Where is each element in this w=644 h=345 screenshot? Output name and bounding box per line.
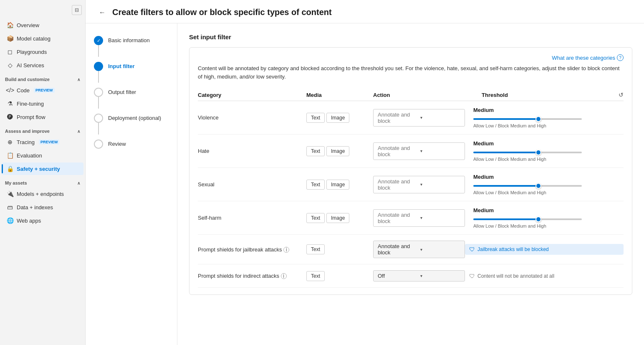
back-button[interactable]: ← [97, 8, 107, 17]
action-dropdown[interactable]: Annotate and block▾ [373, 176, 465, 193]
action-dropdown[interactable]: Annotate and block▾ [373, 142, 465, 160]
wizard-step-2-label: Input filter [108, 62, 135, 69]
action-cell-self-harm: Annotate and block▾ [373, 201, 465, 235]
sidebar-toggle-button[interactable]: ⊟ [72, 5, 82, 15]
text-button[interactable]: Text [306, 271, 325, 281]
image-button[interactable]: Image [326, 180, 349, 190]
sidebar-item-playgrounds[interactable]: ◻ Playgrounds [2, 46, 83, 58]
sidebar-item-web-apps[interactable]: 🌐 Web apps [2, 214, 83, 227]
image-button[interactable]: Image [326, 146, 349, 156]
threshold-cell-sexual: Medium Allow Low / Block Medium and High [465, 168, 624, 201]
my-assets-header: My assets ∧ [0, 177, 85, 187]
sidebar-item-models-endpoints[interactable]: 🔌 Models + endpoints [2, 188, 83, 200]
build-customize-header: Build and customize ∧ [0, 74, 85, 84]
assess-improve-chevron[interactable]: ∧ [77, 129, 80, 134]
tracing-icon: ⊕ [7, 139, 13, 145]
sidebar-item-model-catalog[interactable]: 📦 Model catalog [2, 32, 83, 45]
wizard-step-5-indicator [94, 140, 103, 149]
sidebar-item-safety-security[interactable]: 🔒 Safety + security [2, 162, 83, 175]
slider-container [473, 182, 582, 188]
threshold-area: Medium Allow Low / Block Medium and High [465, 107, 624, 128]
main-area: ← Create filters to allow or block speci… [86, 0, 644, 345]
home-icon: 🏠 [7, 22, 13, 28]
col-header-action: Action [373, 89, 465, 101]
action-dropdown[interactable]: Annotate and block▾ [373, 241, 465, 258]
sidebar-item-code[interactable]: </> Code PREVIEW [2, 84, 83, 96]
info-icon: i [281, 273, 287, 279]
slider-container [473, 215, 582, 222]
text-button[interactable]: Text [306, 213, 325, 223]
action-dropdown[interactable]: Annotate and block▾ [373, 109, 465, 127]
action-dropdown[interactable]: Off▾ [373, 270, 465, 282]
table-row: Prompt shields for indirect attacks iTex… [198, 264, 624, 288]
wizard-line-4 [98, 123, 99, 134]
wizard-step-3-label: Output filter [108, 88, 136, 95]
threshold-value-label: Medium [473, 174, 624, 180]
category-label: Self-harm [198, 215, 221, 221]
text-button[interactable]: Text [306, 180, 325, 190]
sidebar-item-evaluation[interactable]: 📋 Evaluation [2, 149, 83, 162]
sidebar-item-tracing[interactable]: ⊕ Tracing PREVIEW [2, 136, 83, 148]
sidebar-item-label: Models + endpoints [17, 191, 64, 197]
category-cell-violence: Violence [198, 101, 306, 134]
what-categories-link[interactable]: What are these categories ? [552, 54, 624, 61]
sidebar-item-data-indexes[interactable]: 🗃 Data + indexes [2, 201, 83, 213]
filter-table: Category Media Action Threshold ↺ [198, 89, 624, 288]
playgrounds-icon: ◻ [7, 48, 13, 55]
slider-thumb[interactable] [535, 116, 541, 122]
threshold-cell-violence: Medium Allow Low / Block Medium and High [465, 101, 624, 134]
text-button[interactable]: Text [306, 244, 325, 254]
wizard-step-output-filter: Output filter [94, 85, 169, 111]
col-header-category: Category [198, 89, 306, 101]
slider-thumb[interactable] [535, 150, 541, 155]
filter-card: What are these categories ? Content will… [189, 47, 632, 295]
my-assets-label: My assets [5, 180, 27, 185]
safety-icon: 🔒 [7, 165, 13, 172]
category-label: Hate [198, 148, 209, 154]
build-customize-chevron[interactable]: ∧ [77, 77, 80, 82]
slider-track [473, 152, 582, 153]
sidebar-item-overview[interactable]: 🏠 Overview [2, 19, 83, 31]
code-preview-badge: PREVIEW [34, 88, 55, 93]
reset-all-button[interactable]: ↺ [619, 91, 624, 98]
text-button[interactable]: Text [306, 146, 325, 156]
action-dropdown-value: Annotate and block [378, 212, 418, 224]
sidebar-item-label: AI Services [17, 62, 44, 68]
ai-services-icon: ◇ [7, 62, 13, 68]
sidebar-item-fine-tuning[interactable]: ⚗ Fine-tuning [2, 97, 83, 110]
image-button[interactable]: Image [326, 213, 349, 223]
chevron-down-icon: ▾ [420, 216, 460, 220]
action-dropdown-value: Annotate and block [378, 145, 418, 157]
sidebar-item-prompt-flow[interactable]: 🅟 Prompt flow [2, 111, 83, 123]
category-cell-prompt-shields-jailbreak: Prompt shields for jailbreak attacks i [198, 235, 306, 264]
wizard-circle-2 [94, 62, 103, 71]
slider-thumb[interactable] [535, 216, 541, 222]
sidebar-item-ai-services[interactable]: ◇ AI Services [2, 59, 83, 71]
model-catalog-icon: 📦 [7, 35, 13, 42]
table-row: Self-harmTextImageAnnotate and block▾ Me… [198, 201, 624, 235]
page-header: ← Create filters to allow or block speci… [86, 0, 644, 23]
text-button[interactable]: Text [306, 113, 325, 123]
info-circle-icon: ? [617, 54, 624, 61]
wizard-step-1-indicator: ✓ [94, 36, 103, 57]
slider-container [473, 148, 582, 155]
web-apps-icon: 🌐 [7, 217, 13, 224]
wizard-circle-4 [94, 114, 103, 123]
category-label: Sexual [198, 181, 215, 188]
my-assets-chevron[interactable]: ∧ [77, 181, 80, 185]
wizard-circle-1: ✓ [94, 36, 103, 45]
wizard-step-review: Review [94, 137, 169, 151]
action-dropdown[interactable]: Annotate and block▾ [373, 209, 465, 227]
wizard-step-4-indicator [94, 114, 103, 134]
sidebar-item-label: Prompt flow [17, 114, 45, 120]
data-indexes-icon: 🗃 [7, 204, 13, 211]
slider-thumb[interactable] [535, 183, 541, 189]
slider-description: Allow Low / Block Medium and High [473, 190, 624, 195]
tracing-preview-badge: PREVIEW [39, 140, 60, 145]
wizard-step-4-label: Deployment (optional) [108, 114, 161, 121]
wizard-step-deployment: Deployment (optional) [94, 111, 169, 137]
image-button[interactable]: Image [326, 113, 349, 123]
indirect-badge: 🛡 Content will not be annotated at all [465, 271, 624, 282]
sidebar-item-label: Code [17, 87, 30, 94]
info-icon: i [283, 247, 289, 253]
